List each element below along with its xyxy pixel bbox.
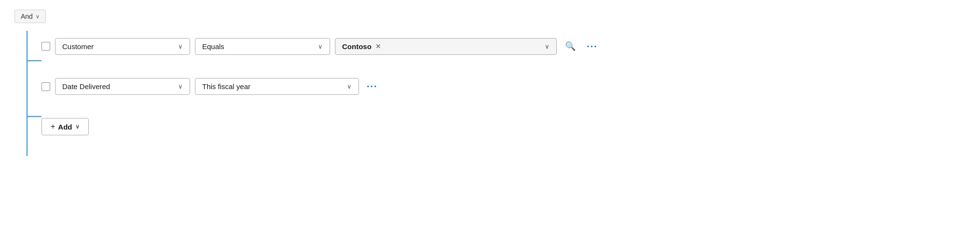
add-button[interactable]: + Add ∨ — [41, 118, 89, 135]
row2-operator-dropdown[interactable]: This fiscal year ∨ — [195, 78, 359, 95]
row1-search-button[interactable]: 🔍 — [562, 38, 579, 55]
search-icon: 🔍 — [565, 41, 576, 52]
add-chevron-icon: ∨ — [75, 123, 80, 130]
row2-more-dots-icon: ··· — [367, 81, 378, 92]
row1-operator-chevron-icon: ∨ — [318, 43, 323, 50]
row1-tag-text: Contoso — [342, 42, 372, 51]
and-chevron-icon: ∨ — [36, 13, 40, 20]
row1-field-label: Customer — [62, 42, 172, 51]
rows-with-connector: Customer ∨ Equals ∨ Contoso ✕ ∨ — [17, 31, 966, 180]
filter-container: And ∨ Customer ∨ — [14, 10, 966, 180]
row2-field-label: Date Delivered — [62, 82, 172, 91]
row2-operator-chevron-icon: ∨ — [347, 83, 352, 90]
row1-field-dropdown[interactable]: Customer ∨ — [55, 38, 190, 55]
row1-operator-label: Equals — [202, 42, 312, 51]
row1-value-chevron-icon: ∨ — [545, 43, 550, 50]
filter-row-1: Customer ∨ Equals ∨ Contoso ✕ ∨ — [41, 31, 601, 62]
row1-field-chevron-icon: ∨ — [178, 43, 183, 50]
row1-more-dots-icon: ··· — [587, 41, 598, 52]
row1-checkbox[interactable] — [41, 42, 50, 51]
add-plus-icon: + — [51, 122, 55, 131]
filter-rows: Customer ∨ Equals ∨ Contoso ✕ ∨ — [41, 31, 601, 180]
row2-operator-label: This fiscal year — [202, 82, 341, 91]
connector-lines-svg — [17, 31, 41, 180]
and-label: And — [21, 13, 33, 20]
row1-tag-close-icon[interactable]: ✕ — [374, 43, 382, 50]
row1-operator-dropdown[interactable]: Equals ∨ — [195, 38, 330, 55]
add-label: Add — [58, 123, 72, 131]
row1-value-tag: Contoso ✕ — [342, 42, 382, 51]
filter-row-2: Date Delivered ∨ This fiscal year ∨ ··· — [41, 71, 601, 102]
add-button-wrapper: + Add ∨ — [41, 113, 601, 140]
row2-field-dropdown[interactable]: Date Delivered ∨ — [55, 78, 190, 95]
and-button[interactable]: And ∨ — [14, 10, 46, 23]
row1-more-button[interactable]: ··· — [584, 39, 601, 54]
row2-more-button[interactable]: ··· — [364, 79, 381, 94]
row2-field-chevron-icon: ∨ — [178, 83, 183, 90]
row2-checkbox[interactable] — [41, 82, 50, 91]
row1-value-dropdown[interactable]: Contoso ✕ ∨ — [335, 38, 557, 55]
